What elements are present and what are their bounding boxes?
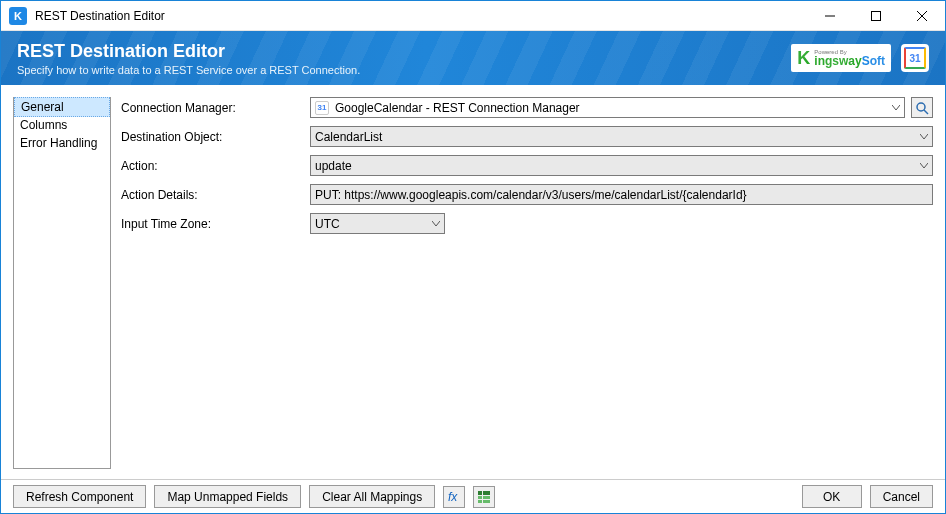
connection-label: Connection Manager: [121,101,306,115]
timezone-value: UTC [315,217,340,231]
sidebar-item-general[interactable]: General [14,97,110,117]
header-banner: REST Destination Editor Specify how to w… [1,31,945,85]
app-icon: K [9,7,27,25]
main-content: General Columns Error Handling Connectio… [1,85,945,475]
svg-rect-10 [483,496,490,499]
action-value: update [315,159,352,173]
cancel-button[interactable]: Cancel [870,485,933,508]
action-details-field: PUT: https://www.googleapis.com/calendar… [310,184,933,205]
minimize-button[interactable] [807,1,853,31]
chevron-down-icon [920,134,928,140]
svg-rect-7 [478,491,482,495]
svg-rect-1 [872,11,881,20]
connection-value: GoogleCalendar - REST Connection Manager [335,101,580,115]
close-button[interactable] [899,1,945,31]
maximize-button[interactable] [853,1,899,31]
sidebar: General Columns Error Handling [13,97,111,469]
action-details-value: PUT: https://www.googleapis.com/calendar… [315,188,747,202]
kingswaysoft-logo: K Powered By ingswaySoft [791,44,891,72]
refresh-button[interactable]: Refresh Component [13,485,146,508]
list-button[interactable] [473,486,495,508]
svg-rect-9 [478,496,482,499]
google-calendar-icon: 31 [901,44,929,72]
titlebar: K REST Destination Editor [1,1,945,31]
chevron-down-icon [920,163,928,169]
magnifier-icon [915,101,929,115]
svg-text:fx: fx [448,490,458,504]
svg-point-4 [917,103,925,111]
ok-button[interactable]: OK [802,485,862,508]
connection-select[interactable]: 31 GoogleCalendar - REST Connection Mana… [310,97,905,118]
timezone-select[interactable]: UTC [310,213,445,234]
action-select[interactable]: update [310,155,933,176]
page-title: REST Destination Editor [17,41,791,62]
destination-label: Destination Object: [121,130,306,144]
chevron-down-icon [892,105,900,111]
clear-mappings-button[interactable]: Clear All Mappings [309,485,435,508]
chevron-down-icon [432,221,440,227]
sidebar-item-columns[interactable]: Columns [14,116,110,134]
footer: Refresh Component Map Unmapped Fields Cl… [1,479,945,513]
timezone-label: Input Time Zone: [121,217,306,231]
destination-select[interactable]: CalendarList [310,126,933,147]
map-unmapped-button[interactable]: Map Unmapped Fields [154,485,301,508]
action-label: Action: [121,159,306,173]
svg-rect-11 [478,500,482,503]
expression-button[interactable]: fx [443,486,465,508]
form-panel: Connection Manager: 31 GoogleCalendar - … [121,97,933,469]
sidebar-item-error-handling[interactable]: Error Handling [14,134,110,152]
svg-line-5 [924,110,928,114]
grid-icon [477,490,491,504]
fx-icon: fx [447,490,461,504]
page-subtitle: Specify how to write data to a REST Serv… [17,64,791,76]
window-title: REST Destination Editor [35,9,807,23]
svg-rect-12 [483,500,490,503]
edit-connection-button[interactable] [911,97,933,118]
svg-rect-8 [483,491,490,495]
destination-value: CalendarList [315,130,382,144]
calendar-icon: 31 [315,101,329,115]
action-details-label: Action Details: [121,188,306,202]
